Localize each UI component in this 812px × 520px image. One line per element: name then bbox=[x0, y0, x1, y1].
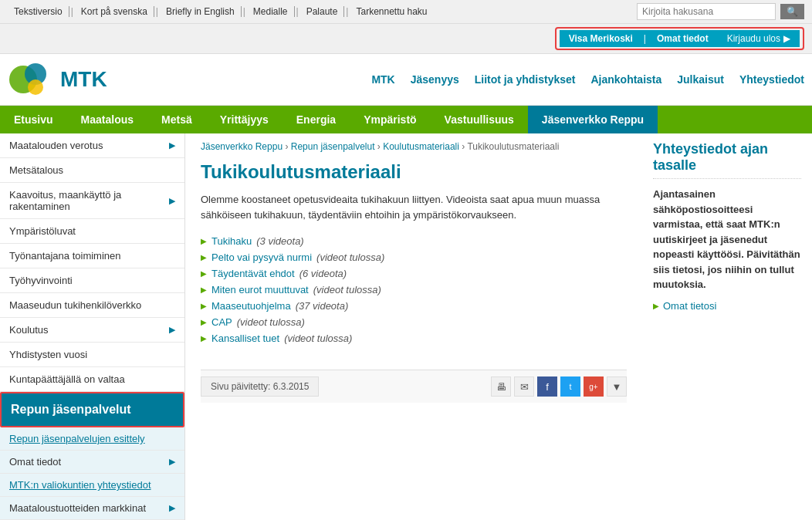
sidebar-sub-markkinat[interactable]: Maataloustuotteiden markkinat ▶ bbox=[0, 497, 184, 520]
sidebar-item-kuntapaattajalla[interactable]: Kuntapäättäjällä on valtaa bbox=[0, 367, 184, 392]
sidebar-item-kaavoitus[interactable]: Kaavoitus, maankäyttö ja rakentaminen ▶ bbox=[0, 183, 184, 219]
search-input[interactable] bbox=[637, 3, 776, 20]
list-item: Tukihaku (3 videota) bbox=[201, 233, 627, 249]
main-nav: MTK Jäsenyys Liitot ja yhdistykset Ajank… bbox=[371, 73, 804, 86]
breadcrumb: Jäsenverkko Reppu › Repun jäsenpalvelut … bbox=[201, 141, 627, 152]
medialle-link[interactable]: Medialle bbox=[247, 6, 295, 17]
list-item: Maaseutuohjelma (37 videota) bbox=[201, 298, 627, 314]
kort-pa-svenska-link[interactable]: Kort på svenska bbox=[75, 6, 154, 17]
content-area: Maatalouden verotus ▶ Metsätalous Kaavoi… bbox=[0, 133, 812, 520]
footer-bar: Sivu päivitetty: 6.3.2015 🖶 ✉ f t g+ ▼ bbox=[201, 370, 627, 403]
reppu-jasenpalvelut-box[interactable]: Repun jäsenpalvelut bbox=[0, 392, 184, 427]
nav-ajankohtaista[interactable]: Ajankohtaista bbox=[590, 73, 661, 86]
video-link-tukihaku[interactable]: Tukihaku bbox=[211, 235, 252, 247]
green-nav-reppu[interactable]: Jäsenverkko Reppu bbox=[528, 106, 658, 133]
header: MTK MTK Jäsenyys Liitot ja yhdistykset A… bbox=[0, 54, 812, 106]
sidebar-arrow-icon: ▶ bbox=[169, 196, 175, 206]
nav-mtk[interactable]: MTK bbox=[371, 73, 394, 86]
video-link-taydentavat[interactable]: Täydentävät ehdot bbox=[211, 268, 295, 279]
sidebar-sub-omat-tiedot[interactable]: Omat tiedot ▶ bbox=[0, 451, 184, 474]
sidebar-arrow-icon: ▶ bbox=[169, 325, 175, 335]
list-item: Täydentävät ehdot (6 videota) bbox=[201, 265, 627, 282]
page-update-date: Sivu päivitetty: 6.3.2015 bbox=[201, 376, 319, 397]
username-button[interactable]: Visa Merikoski bbox=[560, 30, 642, 47]
video-link-maaseutuohjelma[interactable]: Maaseutuohjelma bbox=[211, 300, 291, 312]
top-bar-links: Tekstiversio | Kort på svenska | Briefly… bbox=[8, 6, 434, 17]
top-bar: Tekstiversio | Kort på svenska | Briefly… bbox=[0, 0, 812, 24]
sidebar-item-koulutus[interactable]: Koulutus ▶ bbox=[0, 318, 184, 343]
sidebar-arrow-icon: ▶ bbox=[169, 503, 175, 513]
svg-point-2 bbox=[28, 79, 43, 95]
footer-icons: 🖶 ✉ f t g+ ▼ bbox=[491, 376, 627, 397]
green-nav-metsa[interactable]: Metsä bbox=[147, 106, 206, 133]
email-icon[interactable]: ✉ bbox=[514, 376, 534, 397]
sidebar-item-yhdistysten[interactable]: Yhdistysten vuosi bbox=[0, 343, 184, 367]
palaute-link[interactable]: Palaute bbox=[300, 6, 345, 17]
logo: MTK bbox=[8, 60, 107, 99]
right-sidebar: Yhteystiedot ajan tasalle Ajantasainen s… bbox=[642, 133, 812, 520]
green-nav-maatalous[interactable]: Maatalous bbox=[67, 106, 147, 133]
search-button[interactable]: 🔍 bbox=[780, 4, 804, 19]
more-icon[interactable]: ▼ bbox=[607, 376, 627, 397]
sidebar: Maatalouden verotus ▶ Metsätalous Kaavoi… bbox=[0, 133, 185, 520]
logo-text: MTK bbox=[60, 67, 107, 92]
sidebar-item-ymparistoluvat[interactable]: Ympäristöluvat bbox=[0, 219, 184, 244]
sidebar-item-metsatalous[interactable]: Metsätalous bbox=[0, 158, 184, 183]
user-sep: | bbox=[642, 30, 648, 47]
nav-yhteystiedot[interactable]: Yhteystiedot bbox=[739, 73, 804, 86]
logout-button[interactable]: Kirjaudu ulos ▶ bbox=[718, 30, 800, 47]
user-bar-inner: Visa Merikoski | Omat tiedot Kirjaudu ul… bbox=[555, 27, 804, 50]
briefly-in-english-link[interactable]: Briefly in English bbox=[160, 6, 242, 17]
video-link-eurot[interactable]: Miten eurot muuttuvat bbox=[211, 284, 309, 295]
sidebar-item-maaseudun[interactable]: Maaseudun tukihenkilöverkko bbox=[0, 293, 184, 318]
main-content: Jäsenverkko Reppu › Repun jäsenpalvelut … bbox=[185, 133, 642, 520]
video-link-pelto[interactable]: Pelto vai pysyvä nurmi bbox=[211, 252, 312, 263]
video-link-cap[interactable]: CAP bbox=[211, 316, 232, 328]
tarkennettu-haku-link[interactable]: Tarkennettu haku bbox=[350, 6, 433, 17]
green-nav-ymparisto[interactable]: Ympäristö bbox=[350, 106, 430, 133]
green-nav-yrittajyys[interactable]: Yrittäjyys bbox=[206, 106, 283, 133]
green-nav-vastuullisuus[interactable]: Vastuullisuus bbox=[431, 106, 528, 133]
breadcrumb-koulutusmateriaali[interactable]: Koulutusmateriaali bbox=[383, 141, 459, 152]
user-bar: Visa Merikoski | Omat tiedot Kirjaudu ul… bbox=[0, 24, 812, 54]
print-icon[interactable]: 🖶 bbox=[491, 376, 511, 397]
sidebar-item-tyohyvinvointi[interactable]: Työhyvinvointi bbox=[0, 268, 184, 293]
breadcrumb-reppu[interactable]: Jäsenverkko Reppu bbox=[201, 141, 283, 152]
green-nav-bar: Etusivu Maatalous Metsä Yrittäjyys Energ… bbox=[0, 106, 812, 133]
sidebar-item-tyonantajana[interactable]: Työnantajana toimiminen bbox=[0, 244, 184, 268]
list-item: CAP (videot tulossa) bbox=[201, 314, 627, 330]
facebook-icon[interactable]: f bbox=[537, 376, 557, 397]
video-list: Tukihaku (3 videota) Pelto vai pysyvä nu… bbox=[201, 233, 627, 346]
list-item: Kansalliset tuet (videot tulossa) bbox=[201, 330, 627, 346]
breadcrumb-jasenpalvelut[interactable]: Repun jäsenpalvelut bbox=[291, 141, 375, 152]
right-sidebar-body: Ajantasainen sähköpostiosoitteesi varmis… bbox=[653, 187, 801, 292]
tekstiversio-link[interactable]: Tekstiversio bbox=[8, 6, 69, 17]
sidebar-sub-esittely[interactable]: Repun jäsenpalvelujen esittely bbox=[0, 427, 184, 451]
green-nav-energia[interactable]: Energia bbox=[283, 106, 350, 133]
top-bar-right: 🔍 bbox=[637, 3, 804, 20]
page-description: Olemme koostaneet opetusvideaita tukihak… bbox=[201, 192, 627, 222]
breadcrumb-current: Tukikoulutusmateriaali bbox=[467, 141, 559, 152]
sidebar-item-verotus[interactable]: Maatalouden verotus ▶ bbox=[0, 133, 184, 158]
list-item: Miten eurot muuttuvat (videot tulossa) bbox=[201, 282, 627, 298]
sidebar-arrow-icon: ▶ bbox=[169, 140, 175, 150]
green-nav-etusivu[interactable]: Etusivu bbox=[0, 106, 67, 133]
sidebar-sub-valiokuntien[interactable]: MTK:n valiokuntien yhteystiedot bbox=[0, 474, 184, 497]
right-sidebar-title: Yhteystiedot ajan tasalle bbox=[653, 141, 801, 174]
omat-tiedot-button[interactable]: Omat tiedot bbox=[648, 30, 718, 47]
nav-julkaisut[interactable]: Julkaisut bbox=[677, 73, 724, 86]
twitter-icon[interactable]: t bbox=[560, 376, 580, 397]
omat-tietosi-link[interactable]: Omat tietosi bbox=[653, 300, 801, 312]
googleplus-icon[interactable]: g+ bbox=[584, 376, 604, 397]
page-title: Tukikoulutusmateriaali bbox=[201, 161, 627, 183]
nav-liitot[interactable]: Liitot ja yhdistykset bbox=[475, 73, 576, 86]
mtk-logo-icon bbox=[8, 60, 54, 99]
nav-jasenyys[interactable]: Jäsenyys bbox=[411, 73, 459, 86]
sidebar-arrow-icon: ▶ bbox=[169, 457, 175, 467]
video-link-kansalliset[interactable]: Kansalliset tuet bbox=[211, 333, 279, 344]
list-item: Pelto vai pysyvä nurmi (videot tulossa) bbox=[201, 249, 627, 265]
right-sidebar-divider bbox=[653, 178, 801, 179]
